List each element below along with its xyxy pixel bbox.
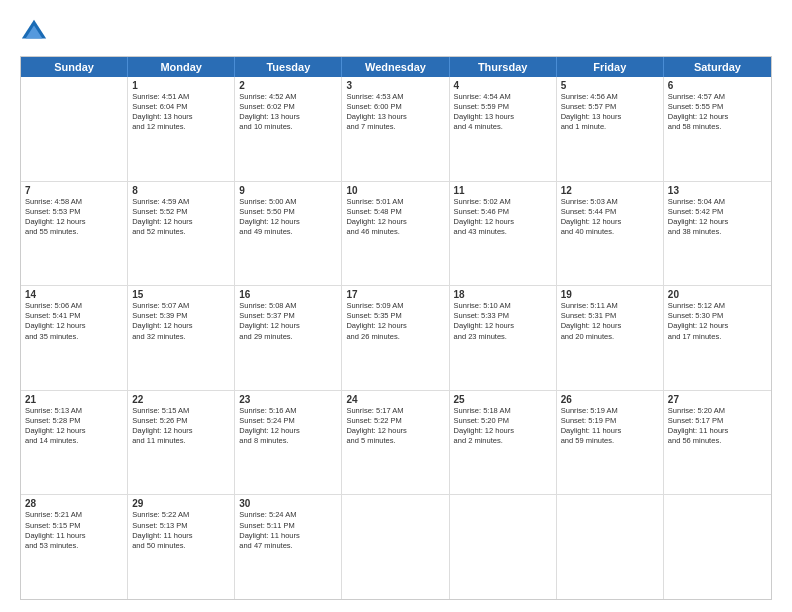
day-cell-15: 15Sunrise: 5:07 AM Sunset: 5:39 PM Dayli…: [128, 286, 235, 390]
day-number: 26: [561, 394, 659, 405]
page: SundayMondayTuesdayWednesdayThursdayFrid…: [0, 0, 792, 612]
calendar-row-4: 28Sunrise: 5:21 AM Sunset: 5:15 PM Dayli…: [21, 495, 771, 599]
day-number: 30: [239, 498, 337, 509]
day-info: Sunrise: 5:01 AM Sunset: 5:48 PM Dayligh…: [346, 197, 444, 238]
day-number: 20: [668, 289, 767, 300]
col-header-friday: Friday: [557, 57, 664, 77]
day-info: Sunrise: 5:13 AM Sunset: 5:28 PM Dayligh…: [25, 406, 123, 447]
day-cell-3: 3Sunrise: 4:53 AM Sunset: 6:00 PM Daylig…: [342, 77, 449, 181]
day-number: 7: [25, 185, 123, 196]
day-number: 12: [561, 185, 659, 196]
calendar-row-2: 14Sunrise: 5:06 AM Sunset: 5:41 PM Dayli…: [21, 286, 771, 391]
day-info: Sunrise: 5:09 AM Sunset: 5:35 PM Dayligh…: [346, 301, 444, 342]
day-info: Sunrise: 4:51 AM Sunset: 6:04 PM Dayligh…: [132, 92, 230, 133]
day-info: Sunrise: 5:15 AM Sunset: 5:26 PM Dayligh…: [132, 406, 230, 447]
day-number: 29: [132, 498, 230, 509]
day-info: Sunrise: 5:22 AM Sunset: 5:13 PM Dayligh…: [132, 510, 230, 551]
day-number: 16: [239, 289, 337, 300]
day-number: 27: [668, 394, 767, 405]
empty-cell-4-5: [557, 495, 664, 599]
day-cell-14: 14Sunrise: 5:06 AM Sunset: 5:41 PM Dayli…: [21, 286, 128, 390]
day-number: 1: [132, 80, 230, 91]
day-cell-21: 21Sunrise: 5:13 AM Sunset: 5:28 PM Dayli…: [21, 391, 128, 495]
day-info: Sunrise: 4:53 AM Sunset: 6:00 PM Dayligh…: [346, 92, 444, 133]
day-info: Sunrise: 4:58 AM Sunset: 5:53 PM Dayligh…: [25, 197, 123, 238]
day-info: Sunrise: 4:57 AM Sunset: 5:55 PM Dayligh…: [668, 92, 767, 133]
day-cell-19: 19Sunrise: 5:11 AM Sunset: 5:31 PM Dayli…: [557, 286, 664, 390]
day-number: 10: [346, 185, 444, 196]
day-number: 13: [668, 185, 767, 196]
day-info: Sunrise: 5:11 AM Sunset: 5:31 PM Dayligh…: [561, 301, 659, 342]
empty-cell-4-3: [342, 495, 449, 599]
day-info: Sunrise: 5:03 AM Sunset: 5:44 PM Dayligh…: [561, 197, 659, 238]
day-number: 18: [454, 289, 552, 300]
calendar-body: 1Sunrise: 4:51 AM Sunset: 6:04 PM Daylig…: [21, 77, 771, 599]
day-number: 5: [561, 80, 659, 91]
day-info: Sunrise: 5:16 AM Sunset: 5:24 PM Dayligh…: [239, 406, 337, 447]
col-header-sunday: Sunday: [21, 57, 128, 77]
day-cell-5: 5Sunrise: 4:56 AM Sunset: 5:57 PM Daylig…: [557, 77, 664, 181]
day-cell-27: 27Sunrise: 5:20 AM Sunset: 5:17 PM Dayli…: [664, 391, 771, 495]
day-cell-16: 16Sunrise: 5:08 AM Sunset: 5:37 PM Dayli…: [235, 286, 342, 390]
day-cell-30: 30Sunrise: 5:24 AM Sunset: 5:11 PM Dayli…: [235, 495, 342, 599]
day-cell-13: 13Sunrise: 5:04 AM Sunset: 5:42 PM Dayli…: [664, 182, 771, 286]
day-number: 28: [25, 498, 123, 509]
day-info: Sunrise: 5:10 AM Sunset: 5:33 PM Dayligh…: [454, 301, 552, 342]
day-info: Sunrise: 5:02 AM Sunset: 5:46 PM Dayligh…: [454, 197, 552, 238]
day-cell-1: 1Sunrise: 4:51 AM Sunset: 6:04 PM Daylig…: [128, 77, 235, 181]
day-info: Sunrise: 4:54 AM Sunset: 5:59 PM Dayligh…: [454, 92, 552, 133]
day-number: 8: [132, 185, 230, 196]
calendar-row-1: 7Sunrise: 4:58 AM Sunset: 5:53 PM Daylig…: [21, 182, 771, 287]
day-number: 4: [454, 80, 552, 91]
day-cell-24: 24Sunrise: 5:17 AM Sunset: 5:22 PM Dayli…: [342, 391, 449, 495]
day-info: Sunrise: 5:20 AM Sunset: 5:17 PM Dayligh…: [668, 406, 767, 447]
day-number: 21: [25, 394, 123, 405]
logo: [20, 18, 50, 46]
day-cell-10: 10Sunrise: 5:01 AM Sunset: 5:48 PM Dayli…: [342, 182, 449, 286]
col-header-wednesday: Wednesday: [342, 57, 449, 77]
day-cell-6: 6Sunrise: 4:57 AM Sunset: 5:55 PM Daylig…: [664, 77, 771, 181]
day-cell-17: 17Sunrise: 5:09 AM Sunset: 5:35 PM Dayli…: [342, 286, 449, 390]
logo-icon: [20, 18, 48, 46]
day-info: Sunrise: 5:07 AM Sunset: 5:39 PM Dayligh…: [132, 301, 230, 342]
day-cell-4: 4Sunrise: 4:54 AM Sunset: 5:59 PM Daylig…: [450, 77, 557, 181]
day-number: 9: [239, 185, 337, 196]
day-cell-11: 11Sunrise: 5:02 AM Sunset: 5:46 PM Dayli…: [450, 182, 557, 286]
day-number: 23: [239, 394, 337, 405]
col-header-thursday: Thursday: [450, 57, 557, 77]
day-info: Sunrise: 5:04 AM Sunset: 5:42 PM Dayligh…: [668, 197, 767, 238]
day-info: Sunrise: 5:19 AM Sunset: 5:19 PM Dayligh…: [561, 406, 659, 447]
day-number: 15: [132, 289, 230, 300]
calendar-row-3: 21Sunrise: 5:13 AM Sunset: 5:28 PM Dayli…: [21, 391, 771, 496]
day-cell-9: 9Sunrise: 5:00 AM Sunset: 5:50 PM Daylig…: [235, 182, 342, 286]
calendar-row-0: 1Sunrise: 4:51 AM Sunset: 6:04 PM Daylig…: [21, 77, 771, 182]
calendar: SundayMondayTuesdayWednesdayThursdayFrid…: [20, 56, 772, 600]
day-number: 2: [239, 80, 337, 91]
day-number: 19: [561, 289, 659, 300]
day-cell-2: 2Sunrise: 4:52 AM Sunset: 6:02 PM Daylig…: [235, 77, 342, 181]
day-info: Sunrise: 5:12 AM Sunset: 5:30 PM Dayligh…: [668, 301, 767, 342]
col-header-tuesday: Tuesday: [235, 57, 342, 77]
day-number: 24: [346, 394, 444, 405]
day-cell-18: 18Sunrise: 5:10 AM Sunset: 5:33 PM Dayli…: [450, 286, 557, 390]
day-number: 3: [346, 80, 444, 91]
day-info: Sunrise: 4:52 AM Sunset: 6:02 PM Dayligh…: [239, 92, 337, 133]
day-number: 14: [25, 289, 123, 300]
header: [20, 18, 772, 46]
day-cell-20: 20Sunrise: 5:12 AM Sunset: 5:30 PM Dayli…: [664, 286, 771, 390]
day-number: 6: [668, 80, 767, 91]
day-info: Sunrise: 5:06 AM Sunset: 5:41 PM Dayligh…: [25, 301, 123, 342]
calendar-header: SundayMondayTuesdayWednesdayThursdayFrid…: [21, 57, 771, 77]
day-cell-12: 12Sunrise: 5:03 AM Sunset: 5:44 PM Dayli…: [557, 182, 664, 286]
day-info: Sunrise: 5:21 AM Sunset: 5:15 PM Dayligh…: [25, 510, 123, 551]
empty-cell-0-0: [21, 77, 128, 181]
day-cell-26: 26Sunrise: 5:19 AM Sunset: 5:19 PM Dayli…: [557, 391, 664, 495]
day-number: 22: [132, 394, 230, 405]
day-info: Sunrise: 4:56 AM Sunset: 5:57 PM Dayligh…: [561, 92, 659, 133]
day-info: Sunrise: 5:24 AM Sunset: 5:11 PM Dayligh…: [239, 510, 337, 551]
day-info: Sunrise: 5:17 AM Sunset: 5:22 PM Dayligh…: [346, 406, 444, 447]
col-header-saturday: Saturday: [664, 57, 771, 77]
day-number: 11: [454, 185, 552, 196]
day-cell-29: 29Sunrise: 5:22 AM Sunset: 5:13 PM Dayli…: [128, 495, 235, 599]
day-info: Sunrise: 4:59 AM Sunset: 5:52 PM Dayligh…: [132, 197, 230, 238]
